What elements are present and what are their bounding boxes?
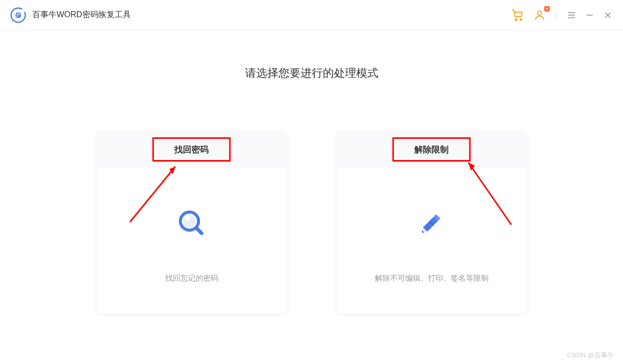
svg-point-5 <box>515 19 517 20</box>
card-description: 解除不可编辑、打印、签名等限制 <box>375 274 489 283</box>
remove-restriction-card[interactable]: 解除限制 解除不可编辑、打 <box>337 131 526 313</box>
svg-line-17 <box>197 228 202 233</box>
svg-rect-20 <box>423 217 438 232</box>
svg-point-7 <box>538 11 542 15</box>
card-body: 解除不可编辑、打印、签名等限制 <box>337 168 526 313</box>
user-icon[interactable]: V <box>534 9 546 21</box>
svg-point-16 <box>185 215 190 221</box>
svg-point-6 <box>520 19 522 20</box>
svg-rect-2 <box>17 14 18 15</box>
vip-badge: V <box>544 6 550 12</box>
cart-icon[interactable] <box>511 9 523 21</box>
card-title: 解除限制 <box>414 144 449 155</box>
titlebar-left: 百事牛WORD密码恢复工具 <box>10 7 131 23</box>
page-heading: 请选择您要进行的处理模式 <box>245 66 378 81</box>
svg-rect-4 <box>17 15 18 17</box>
menu-icon[interactable] <box>566 10 577 20</box>
close-button[interactable] <box>603 10 613 20</box>
card-description: 找回忘记的密码 <box>165 274 218 283</box>
magnifier-icon <box>176 208 207 238</box>
app-title: 百事牛WORD密码恢复工具 <box>32 10 131 20</box>
svg-rect-1 <box>16 13 21 18</box>
main-content: 请选择您要进行的处理模式 找回密码 找回忘记的密码 <box>0 30 623 313</box>
card-header: 解除限制 <box>337 131 526 168</box>
watermark: CSDN @百事牛 <box>567 351 614 360</box>
card-title: 找回密码 <box>174 144 209 155</box>
minimize-button[interactable] <box>585 10 595 20</box>
divider <box>556 10 556 20</box>
recover-password-card[interactable]: 找回密码 找回忘记的密码 <box>97 131 286 313</box>
app-logo-icon <box>10 7 26 23</box>
svg-rect-3 <box>19 14 20 15</box>
card-header: 找回密码 <box>97 131 286 168</box>
card-body: 找回忘记的密码 <box>97 168 286 313</box>
window-controls <box>566 10 613 20</box>
titlebar-right: V <box>511 9 613 21</box>
titlebar: 百事牛WORD密码恢复工具 V <box>0 0 623 30</box>
pencil-icon <box>416 208 447 238</box>
cards-container: 找回密码 找回忘记的密码 <box>97 131 526 313</box>
